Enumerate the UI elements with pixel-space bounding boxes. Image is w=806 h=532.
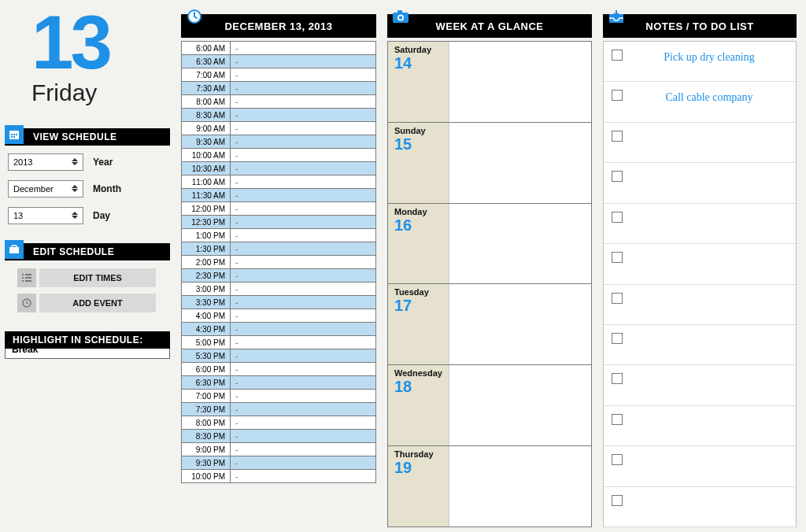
week-day-body[interactable] — [449, 42, 591, 122]
schedule-value: - — [231, 149, 375, 161]
schedule-row[interactable]: 9:00 AM- — [182, 122, 375, 135]
note-checkbox[interactable] — [612, 50, 623, 61]
schedule-value: - — [231, 95, 375, 108]
week-day[interactable]: Monday16 — [388, 204, 591, 285]
week-day[interactable]: Wednesday18 — [388, 365, 591, 446]
schedule-row[interactable]: 8:00 PM- — [182, 416, 375, 430]
note-text — [630, 249, 788, 253]
schedule-row[interactable]: 7:30 PM- — [182, 403, 375, 416]
day-picker[interactable]: 13 — [8, 207, 83, 224]
note-row[interactable]: Pick up dry cleaning — [604, 42, 796, 82]
note-row[interactable] — [604, 163, 796, 203]
schedule-row[interactable]: 12:30 PM- — [182, 216, 375, 229]
spinner-icon[interactable] — [72, 185, 81, 192]
note-row[interactable]: Call cable company — [604, 82, 796, 122]
week-day[interactable]: Sunday15 — [388, 123, 591, 204]
schedule-row[interactable]: 10:00 PM- — [182, 470, 375, 483]
note-checkbox[interactable] — [612, 373, 623, 384]
schedule-row[interactable]: 6:00 AM- — [182, 42, 375, 55]
note-checkbox[interactable] — [612, 414, 623, 425]
schedule-row[interactable]: 8:30 PM- — [182, 430, 375, 443]
schedule-row[interactable]: 8:30 AM- — [182, 109, 375, 122]
notes-header: NOTES / TO DO LIST — [603, 14, 797, 38]
week-day[interactable]: Saturday14 — [388, 42, 591, 123]
notes-title: NOTES / TO DO LIST — [645, 20, 753, 32]
svg-rect-1 — [9, 131, 19, 133]
week-day-body[interactable] — [449, 204, 591, 284]
month-picker[interactable]: December — [8, 180, 83, 198]
week-day-body[interactable] — [449, 446, 591, 526]
schedule-row[interactable]: 5:30 PM- — [182, 349, 375, 363]
schedule-row[interactable]: 12:00 PM- — [182, 202, 375, 216]
schedule-row[interactable]: 7:00 PM- — [182, 390, 375, 403]
schedule-row[interactable]: 3:30 PM- — [182, 296, 375, 309]
note-checkbox[interactable] — [612, 131, 623, 142]
svg-rect-14 — [25, 280, 31, 282]
schedule-row[interactable]: 11:30 AM- — [182, 189, 375, 202]
note-checkbox[interactable] — [612, 333, 623, 344]
schedule-row[interactable]: 2:30 PM- — [182, 269, 375, 283]
schedule-value: - — [231, 456, 375, 469]
note-row[interactable] — [604, 487, 796, 527]
week-day[interactable]: Thursday19 — [388, 446, 591, 527]
note-checkbox[interactable] — [612, 293, 623, 304]
schedule-time: 8:30 PM — [182, 430, 231, 442]
schedule-value: - — [231, 323, 375, 335]
schedule-row[interactable]: 4:00 PM- — [182, 309, 375, 323]
note-row[interactable] — [604, 285, 796, 325]
schedule-row[interactable]: 7:00 AM- — [182, 68, 375, 82]
week-day-body[interactable] — [449, 365, 591, 445]
week-day-name: Monday — [394, 207, 449, 216]
schedule-row[interactable]: 11:00 AM- — [182, 175, 375, 189]
schedule-row[interactable]: 8:00 AM- — [182, 95, 375, 109]
schedule-row[interactable]: 2:00 PM- — [182, 256, 375, 269]
schedule-row[interactable]: 7:30 AM- — [182, 82, 375, 95]
note-checkbox[interactable] — [612, 212, 623, 223]
note-row[interactable] — [604, 123, 796, 163]
note-checkbox[interactable] — [612, 252, 623, 263]
schedule-row[interactable]: 6:30 PM- — [182, 376, 375, 390]
schedule-row[interactable]: 9:00 PM- — [182, 443, 375, 456]
schedule-time: 6:30 PM — [182, 376, 231, 389]
schedule-row[interactable]: 3:00 PM- — [182, 283, 375, 296]
note-row[interactable] — [604, 325, 796, 365]
notes-list: Pick up dry cleaningCall cable company — [603, 41, 797, 527]
svg-rect-5 — [11, 136, 13, 138]
week-day-body[interactable] — [449, 284, 591, 364]
note-row[interactable] — [604, 244, 796, 284]
note-checkbox[interactable] — [612, 171, 623, 182]
week-day-body[interactable] — [449, 123, 591, 203]
note-checkbox[interactable] — [612, 90, 623, 101]
note-checkbox[interactable] — [612, 495, 623, 506]
year-picker[interactable]: 2013 — [8, 153, 83, 171]
schedule-time: 12:00 PM — [182, 202, 231, 215]
note-row[interactable] — [604, 446, 796, 486]
week-day[interactable]: Tuesday17 — [388, 284, 591, 365]
schedule-row[interactable]: 6:00 PM- — [182, 363, 375, 376]
schedule-row[interactable]: 10:00 AM- — [182, 149, 375, 162]
clock-small-icon — [17, 294, 36, 312]
note-row[interactable] — [604, 204, 796, 244]
schedule-value: - — [231, 470, 375, 482]
schedule-time: 3:00 PM — [182, 283, 231, 295]
list-icon — [17, 268, 36, 287]
schedule-row[interactable]: 10:30 AM- — [182, 162, 375, 175]
week-day-number: 16 — [394, 216, 449, 234]
schedule-row[interactable]: 1:30 PM- — [182, 242, 375, 256]
note-row[interactable] — [604, 406, 796, 446]
edit-times-button[interactable]: EDIT TIMES — [39, 268, 156, 287]
note-checkbox[interactable] — [612, 454, 623, 465]
spinner-icon[interactable] — [72, 158, 81, 165]
schedule-row[interactable]: 9:30 AM- — [182, 135, 375, 149]
note-row[interactable] — [604, 365, 796, 405]
schedule-value: - — [231, 202, 375, 215]
briefcase-icon — [5, 240, 24, 259]
spinner-icon[interactable] — [72, 212, 81, 219]
schedule-row[interactable]: 9:30 PM- — [182, 456, 375, 470]
schedule-title: DECEMBER 13, 2013 — [224, 20, 332, 32]
schedule-row[interactable]: 4:30 PM- — [182, 323, 375, 336]
schedule-row[interactable]: 1:00 PM- — [182, 229, 375, 242]
schedule-row[interactable]: 6:30 AM- — [182, 55, 375, 68]
schedule-row[interactable]: 5:00 PM- — [182, 336, 375, 349]
add-event-button[interactable]: ADD EVENT — [39, 294, 156, 312]
